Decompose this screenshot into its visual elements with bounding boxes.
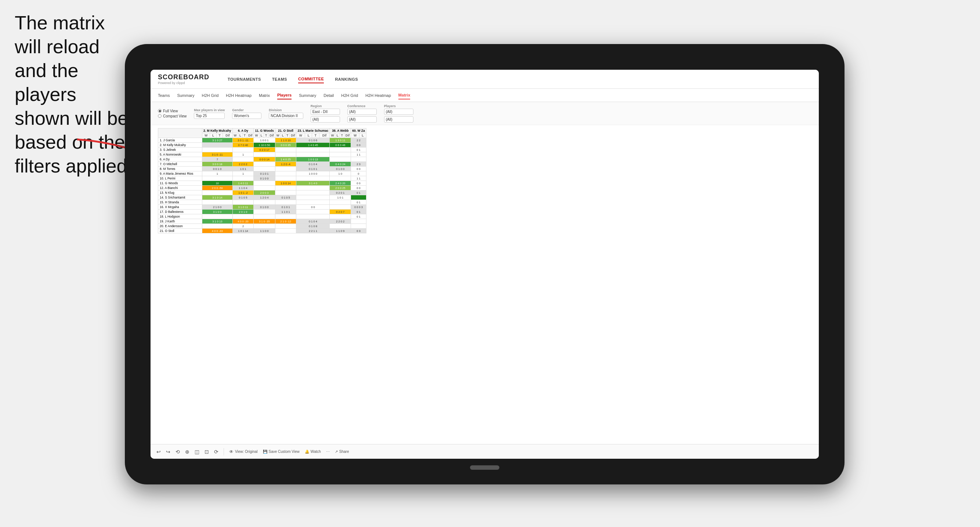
matrix-cell: 1 — [232, 152, 254, 157]
conference-label: Conference — [347, 104, 377, 108]
players-select[interactable]: (All) — [384, 109, 414, 115]
save-custom-btn[interactable]: 💾 Save Custom View — [263, 449, 300, 454]
header-col-2: 2. M Kelly Mulcahy — [202, 129, 233, 133]
matrix-cell: 1 — [232, 171, 254, 176]
matrix-cell — [232, 148, 254, 152]
matrix-cell: 0 7 0 40 — [232, 143, 254, 148]
tab-h2h-heatmap2[interactable]: H2H Heatmap — [365, 92, 391, 99]
nav-bar: SCOREBOARD Powered by clippd TOURNAMENTS… — [151, 70, 819, 89]
share-icon: ↗ — [335, 449, 338, 454]
matrix-cell: 2 4 0 20 — [330, 181, 351, 186]
matrix-cell — [296, 148, 330, 152]
matrix-cell: 1 0 0 14 — [275, 181, 296, 186]
save-icon: 💾 — [263, 449, 267, 454]
matrix-cell — [296, 195, 330, 200]
tab-h2h-grid[interactable]: H2H Grid — [202, 92, 218, 99]
redo-btn[interactable]: ↪ — [166, 449, 170, 455]
watch-btn[interactable]: 🔔 Watch — [305, 449, 321, 454]
row-player-name: 17. D Ballesteros — [158, 210, 202, 214]
matrix-cell: 3 1 0 -11 — [202, 152, 233, 157]
conference-all-select[interactable]: (All) — [347, 116, 377, 122]
tab-matrix2[interactable]: Matrix — [398, 91, 410, 100]
grid-btn[interactable]: ⊡ — [205, 449, 209, 455]
compact-view-option[interactable]: Compact View — [158, 114, 186, 118]
division-select[interactable]: NCAA Division II — [269, 113, 303, 119]
matrix-cell: 0 1 — [351, 214, 366, 219]
max-players-select[interactable]: Top 25 — [194, 113, 225, 119]
sub-col-l: L — [210, 133, 216, 138]
tablet-screen: SCOREBOARD Powered by clippd TOURNAMENTS… — [151, 70, 819, 459]
matrix-cell: 0 1 0 1 — [296, 167, 330, 171]
matrix-cell — [254, 200, 275, 205]
matrix-cell — [202, 224, 233, 229]
nav-rankings[interactable]: RANKINGS — [335, 76, 358, 83]
filters-row: Full View Compact View Max players in vi… — [151, 102, 819, 125]
home-button[interactable] — [470, 465, 500, 470]
matrix-cell — [254, 224, 275, 229]
matrix-cell: 1 1 0 10 — [275, 138, 296, 143]
matrix-cell — [275, 190, 296, 195]
matrix-cell: 0 1 0 5 — [275, 195, 296, 200]
tab-h2h-heatmap[interactable]: H2H Heatmap — [226, 92, 251, 99]
matrix-area: 2. M Kelly Mulcahy 6. A Dy 11. G Woods 2… — [151, 125, 819, 444]
region-all-select[interactable]: (All) — [311, 116, 340, 122]
tab-summary2[interactable]: Summary — [299, 92, 316, 99]
reset-btn[interactable]: ⟳ — [214, 449, 218, 455]
full-view-option[interactable]: Full View — [158, 109, 186, 113]
view-original-btn[interactable]: 👁 View: Original — [229, 449, 258, 454]
matrix-cell — [275, 152, 296, 157]
tab-detail[interactable]: Detail — [323, 92, 334, 99]
matrix-cell: 0 1 0 8 — [296, 224, 330, 229]
matrix-cell: 1 0 1 — [232, 167, 254, 171]
matrix-cell: 3 1 0 0 — [202, 210, 233, 214]
nav-committee[interactable]: COMMITTEE — [298, 75, 324, 83]
players-all-select[interactable]: (All) — [384, 116, 414, 122]
gender-select[interactable]: Women's — [232, 113, 261, 119]
nav-tournaments[interactable]: TOURNAMENTS — [228, 76, 261, 83]
matrix-cell: 4 0 0 -20 — [232, 219, 254, 224]
matrix-cell — [296, 152, 330, 157]
matrix-cell — [275, 214, 296, 219]
matrix-cell — [330, 148, 351, 152]
matrix-cell — [296, 176, 330, 181]
matrix-cell: 0 0 — [351, 181, 366, 186]
matrix-cell: 1 1 — [351, 176, 366, 181]
tab-h2h-grid2[interactable]: H2H Grid — [341, 92, 358, 99]
conference-select[interactable]: (All) — [347, 109, 377, 115]
compact-view-radio[interactable] — [158, 114, 162, 118]
matrix-cell: 0 0 0 3 — [351, 205, 366, 210]
matrix-cell: 0 1 0 0 — [254, 205, 275, 210]
watch-icon: 🔔 — [305, 449, 309, 454]
matrix-cell: 1 4 0 45 — [296, 143, 330, 148]
matrix-cell — [254, 181, 275, 186]
matrix-cell: 2 3 — [351, 162, 366, 167]
matrix-cell — [254, 162, 275, 167]
header-col-23: 23. L Marie Schumac — [296, 129, 330, 133]
matrix-cell: 0 2 0 7 — [330, 210, 351, 214]
matrix-cell — [330, 224, 351, 229]
matrix-cell: 2 — [232, 224, 254, 229]
matrix-cell: 3 1 0 14 — [202, 195, 233, 200]
undo-btn[interactable]: ↩ — [156, 449, 161, 455]
more-btn[interactable]: ⋯ — [326, 449, 330, 454]
matrix-cell: 1 0 0 1 — [254, 138, 275, 143]
row-player-name: 10. L Perini — [158, 176, 202, 181]
tab-summary[interactable]: Summary — [177, 92, 194, 99]
header-col-11: 11. G Woods — [254, 129, 275, 133]
add-btn[interactable]: ⊕ — [185, 449, 189, 455]
nav-teams[interactable]: TEAMS — [272, 76, 287, 83]
matrix-cell — [330, 152, 351, 157]
tab-matrix[interactable]: Matrix — [259, 92, 270, 99]
matrix-cell: 2 2 1 1 — [296, 229, 330, 233]
tab-teams[interactable]: Teams — [158, 92, 170, 99]
full-view-radio[interactable] — [158, 109, 162, 113]
matrix-cell — [351, 224, 366, 229]
share-btn[interactable]: ↗ Share — [335, 449, 349, 454]
region-select[interactable]: East - DII — [311, 109, 340, 115]
matrix-cell: 1 1 0 1 — [275, 210, 296, 214]
tab-players[interactable]: Players — [277, 91, 291, 100]
full-view-label: Full View — [163, 109, 178, 113]
refresh-btn[interactable]: ⟲ — [175, 449, 180, 455]
layout-btn[interactable]: ◫ — [195, 449, 199, 455]
eye-icon: 👁 — [229, 449, 234, 454]
